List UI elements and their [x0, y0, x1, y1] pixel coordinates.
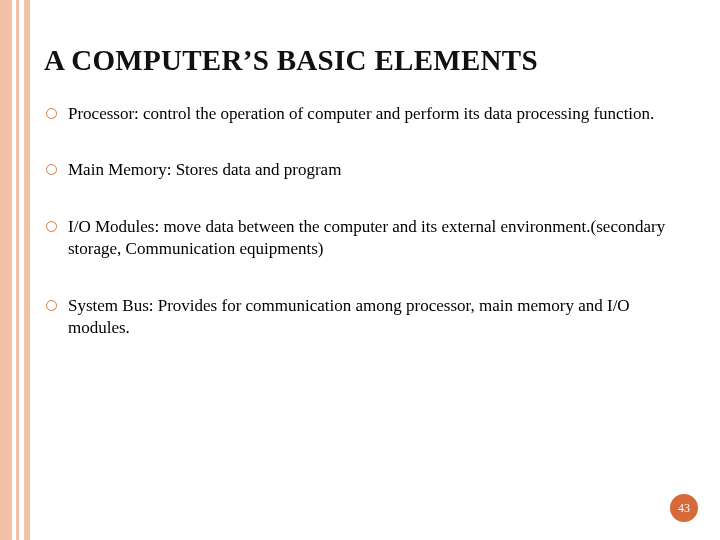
list-item: Processor: control the operation of comp… [44, 103, 692, 125]
stripe-bar [24, 0, 30, 540]
slide: A COMPUTER’S BASIC ELEMENTS Processor: c… [0, 0, 720, 540]
content-area: A COMPUTER’S BASIC ELEMENTS Processor: c… [44, 44, 692, 520]
list-item: I/O Modules: move data between the compu… [44, 216, 692, 261]
stripe-bar [0, 0, 12, 540]
list-item: System Bus: Provides for communication a… [44, 295, 692, 340]
left-stripes [0, 0, 30, 540]
page-number-badge: 43 [670, 494, 698, 522]
list-item: Main Memory: Stores data and program [44, 159, 692, 181]
slide-title: A COMPUTER’S BASIC ELEMENTS [44, 44, 692, 77]
bullet-list: Processor: control the operation of comp… [44, 103, 692, 340]
